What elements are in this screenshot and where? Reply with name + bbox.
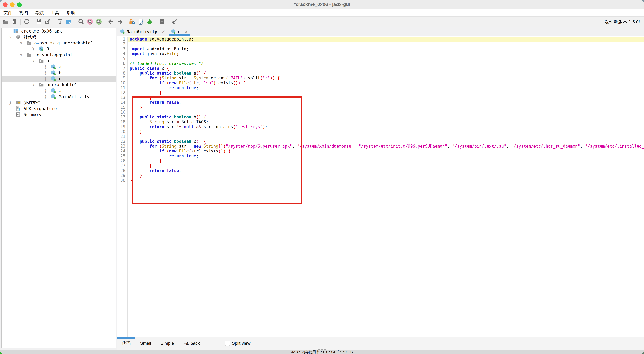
line-number: 6: [118, 61, 127, 66]
toolbar-separator: [54, 18, 54, 25]
code-line-10: if (new File(str, "su").exists()) {: [128, 81, 644, 85]
menu-item-帮助[interactable]: 帮助: [63, 9, 78, 16]
tree-item-label: 资源文件: [24, 100, 40, 105]
view-tab-Fallback[interactable]: Fallback: [179, 337, 204, 350]
tree-item-c[interactable]: ❯cc: [2, 76, 116, 82]
menu-item-视图[interactable]: 视图: [16, 9, 32, 16]
tree-item-APK signature[interactable]: APK signature: [2, 106, 116, 112]
comment-search-button[interactable]: [95, 18, 103, 26]
toolbar: [0, 17, 644, 27]
code-line-30: }: [128, 178, 644, 183]
split-view-checkbox[interactable]: [225, 341, 230, 346]
reload-button[interactable]: [23, 18, 31, 26]
code-line-22: public static boolean c() {: [128, 139, 644, 144]
quark-analysis-button[interactable]: [137, 18, 145, 26]
folder-icon: [38, 82, 45, 87]
code-line-13: }: [128, 95, 644, 100]
apk-icon: [12, 28, 19, 34]
debugger-icon: [146, 18, 153, 25]
chevron-right-icon[interactable]: ❯: [41, 95, 50, 99]
text-search-button[interactable]: [77, 18, 85, 26]
chevron-down-icon[interactable]: ∨: [6, 35, 15, 39]
line-number: 25: [118, 154, 127, 159]
tree-item-label: owasp.mstg.uncrackable1: [34, 40, 93, 45]
tree-item-源代码[interactable]: ∨源代码: [2, 34, 116, 40]
save-all-button[interactable]: [35, 18, 43, 26]
tree-item-b[interactable]: ❯cb: [2, 70, 116, 76]
code-line-24: if (new File(str).exists()) {: [128, 149, 644, 154]
code-line-3: import android.os.Build;: [128, 46, 644, 51]
chevron-down-icon[interactable]: ∨: [29, 82, 38, 87]
tree-item-资源文件[interactable]: ❯资源文件: [2, 100, 116, 106]
tree-item-label: crackme_0x06.apk: [21, 28, 62, 33]
tree-item-a[interactable]: ❯ca: [2, 64, 116, 70]
deobfuscation-button[interactable]: [128, 18, 136, 26]
open-file-button[interactable]: [2, 18, 10, 26]
chevron-down-icon[interactable]: ∨: [17, 53, 26, 57]
view-tab-代码[interactable]: 代码: [117, 337, 135, 350]
preferences-icon: [171, 18, 177, 25]
chevron-right-icon[interactable]: ❯: [29, 47, 38, 51]
nav-forward-button[interactable]: [116, 18, 124, 26]
debugger-button[interactable]: [146, 18, 154, 26]
menu-item-工具[interactable]: 工具: [47, 9, 63, 16]
code-line-26: }: [128, 159, 644, 163]
line-number: 26: [118, 159, 127, 163]
code-line-20: }: [128, 129, 644, 134]
editor-tab-c[interactable]: cc×: [168, 27, 191, 36]
toolbar-separator: [33, 18, 33, 25]
flatten-packages-button[interactable]: [56, 18, 64, 26]
tree-item-Summary[interactable]: Summary: [2, 112, 116, 118]
code-line-4: import java.io.File;: [128, 51, 644, 56]
update-notice[interactable]: 发现新版本 1.5.0!: [604, 17, 640, 27]
toolbar-separator: [105, 18, 105, 25]
tree-item-MainActivity[interactable]: ❯cMainActivity: [2, 94, 116, 100]
menu-item-文件[interactable]: 文件: [0, 9, 16, 16]
menu-item-导航[interactable]: 导航: [32, 9, 47, 16]
tree-item-label: c: [59, 76, 61, 81]
line-number: 10: [118, 81, 127, 85]
tree-item-label: sg.vantagepoint: [34, 52, 73, 57]
view-tab-Smali[interactable]: Smali: [135, 337, 156, 350]
view-tab-Simple[interactable]: Simple: [156, 337, 179, 350]
line-number: 23: [118, 144, 127, 149]
log-viewer-button[interactable]: [158, 18, 166, 26]
add-files-button[interactable]: [10, 18, 18, 26]
sync-decompilation-button[interactable]: [65, 18, 73, 26]
tree-item-label: APK signature: [24, 106, 57, 111]
editor-tab-bar: cMainActivity×cc×: [117, 27, 644, 36]
close-tab-icon[interactable]: ×: [184, 29, 188, 34]
chevron-right-icon[interactable]: ❯: [41, 77, 50, 81]
split-view-toggle[interactable]: Split view: [225, 341, 250, 346]
line-number: 20: [118, 129, 127, 134]
code-line-17: public static boolean b() {: [128, 115, 644, 120]
editor-tab-MainActivity[interactable]: cMainActivity×: [117, 27, 168, 36]
code-line-12: }: [128, 90, 644, 95]
code-line-8: public static boolean a() {: [128, 71, 644, 76]
nav-back-icon: [108, 18, 114, 25]
line-number: 18: [118, 120, 127, 124]
chevron-right-icon[interactable]: ❯: [41, 71, 50, 75]
preferences-button[interactable]: [170, 18, 178, 26]
tree-item-crackme_0x06.apk[interactable]: crackme_0x06.apk: [2, 28, 116, 34]
tree-item-a[interactable]: ∨a: [2, 58, 116, 64]
tree-item-a[interactable]: ❯ca: [2, 88, 116, 94]
tree-item-uncrackable1[interactable]: ∨uncrackable1: [2, 82, 116, 88]
log-viewer-icon: [159, 18, 165, 25]
line-number: 2: [118, 42, 127, 46]
tree-item-owasp.mstg.uncrackable1[interactable]: ∨owasp.mstg.uncrackable1: [2, 40, 116, 46]
code-line-1: package sg.vantagepoint.a;: [128, 37, 644, 42]
code-line-21: [128, 134, 644, 139]
code-area[interactable]: package sg.vantagepoint.a;import android…: [128, 37, 644, 337]
chevron-right-icon[interactable]: ❯: [41, 89, 50, 93]
chevron-right-icon[interactable]: ❯: [6, 101, 15, 105]
nav-back-button[interactable]: [107, 18, 115, 26]
chevron-down-icon[interactable]: ∨: [17, 41, 26, 45]
class-search-button[interactable]: [86, 18, 94, 26]
export-button[interactable]: [44, 18, 52, 26]
chevron-down-icon[interactable]: ∨: [29, 59, 38, 63]
tree-item-sg.vantagepoint[interactable]: ∨sg.vantagepoint: [2, 52, 116, 58]
tree-item-R[interactable]: ❯cR: [2, 46, 116, 52]
close-tab-icon[interactable]: ×: [161, 29, 165, 34]
chevron-right-icon[interactable]: ❯: [41, 65, 50, 69]
